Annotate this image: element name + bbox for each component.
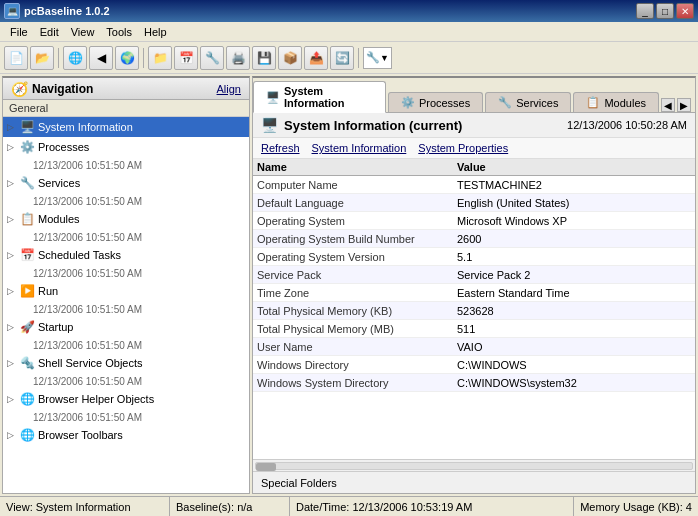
- toolbar-new[interactable]: 📄: [4, 46, 28, 70]
- toolbar-dropdown[interactable]: 🔧 ▼: [363, 47, 392, 69]
- run-icon: ▶️: [19, 283, 35, 299]
- toolbar-folder[interactable]: 📁: [148, 46, 172, 70]
- tree-item-services: ▷ 🔧 Services 12/13/2006 10:51:50 AM: [3, 173, 249, 209]
- tab-processes[interactable]: ⚙️ Processes: [388, 92, 483, 112]
- row-name: Service Pack: [257, 269, 457, 281]
- scrollbar-thumb[interactable]: [256, 463, 276, 471]
- toolbar-export[interactable]: 📤: [304, 46, 328, 70]
- system-information-button[interactable]: System Information: [312, 142, 407, 154]
- ss-icon: 🔩: [19, 355, 35, 371]
- run-row[interactable]: ▷ ▶️ Run: [3, 281, 249, 301]
- row-name: Default Language: [257, 197, 457, 209]
- row-name: Operating System Build Number: [257, 233, 457, 245]
- table-header: Name Value: [253, 159, 695, 176]
- maximize-button[interactable]: □: [656, 3, 674, 19]
- modules-row[interactable]: ▷ 📋 Modules: [3, 209, 249, 229]
- scrollbar-track[interactable]: [255, 462, 693, 470]
- row-value: VAIO: [457, 341, 691, 353]
- processes-row[interactable]: ▷ ⚙️ Processes: [3, 137, 249, 157]
- tree-item-system-information[interactable]: ▷ 🖥️ System Information: [3, 117, 249, 137]
- tab-system-information[interactable]: 🖥️ System Information: [253, 81, 386, 113]
- toolbar-refresh[interactable]: 🔄: [330, 46, 354, 70]
- toolbar-save[interactable]: 💾: [252, 46, 276, 70]
- table-row: Total Physical Memory (KB)523628: [253, 302, 695, 320]
- tab-services[interactable]: 🔧 Services: [485, 92, 571, 112]
- services-row[interactable]: ▷ 🔧 Services: [3, 173, 249, 193]
- expand-icon-startup: ▷: [7, 322, 17, 332]
- table-row: Operating SystemMicrosoft Windows XP: [253, 212, 695, 230]
- toolbar-open[interactable]: 📂: [30, 46, 54, 70]
- toolbar-tools[interactable]: 🔧: [200, 46, 224, 70]
- tab-nav-right[interactable]: ▶: [677, 98, 691, 112]
- table-row: Default LanguageEnglish (United States): [253, 194, 695, 212]
- data-table: Name Value Computer NameTESTMACHINE2Defa…: [253, 159, 695, 459]
- content-icon: 🖥️: [261, 117, 278, 133]
- table-row: Windows DirectoryC:\WINDOWS: [253, 356, 695, 374]
- row-value: 523628: [457, 305, 691, 317]
- left-panel: 🧭 Navigation Align General ▷ 🖥️ System I…: [2, 76, 250, 494]
- row-name: User Name: [257, 341, 457, 353]
- status-view: View: System Information: [0, 497, 170, 516]
- menu-tools[interactable]: Tools: [100, 24, 138, 40]
- bt-icon: 🌐: [19, 427, 35, 443]
- col-value-header: Value: [457, 161, 691, 173]
- menu-edit[interactable]: Edit: [34, 24, 65, 40]
- row-value: English (United States): [457, 197, 691, 209]
- toolbar-back[interactable]: ◀: [89, 46, 113, 70]
- tab-modules[interactable]: 📋 Modules: [573, 92, 659, 112]
- expand-icon-bho: ▷: [7, 394, 17, 404]
- mod-label: Modules: [38, 213, 80, 225]
- window-controls[interactable]: _ □ ✕: [636, 3, 694, 19]
- shell-service-row[interactable]: ▷ 🔩 Shell Service Objects: [3, 353, 249, 373]
- browser-toolbars-row[interactable]: ▷ 🌐 Browser Toolbars: [3, 425, 249, 445]
- row-name: Computer Name: [257, 179, 457, 191]
- tab-mod-icon: 📋: [586, 96, 600, 109]
- tab-nav-left[interactable]: ◀: [661, 98, 675, 112]
- navigation-title: Navigation: [32, 82, 93, 96]
- toolbar-forward[interactable]: 🌍: [115, 46, 139, 70]
- toolbar-separator-1: [58, 48, 59, 68]
- refresh-button[interactable]: Refresh: [261, 142, 300, 154]
- toolbar-archive[interactable]: 📦: [278, 46, 302, 70]
- toolbar-separator-3: [358, 48, 359, 68]
- row-value: Microsoft Windows XP: [457, 215, 691, 227]
- toolbar-calendar[interactable]: 📅: [174, 46, 198, 70]
- toolbar: 📄 📂 🌐 ◀ 🌍 📁 📅 🔧 🖨️ 💾 📦 📤 🔄 🔧 ▼: [0, 42, 698, 74]
- ss-sublabel: 12/13/2006 10:51:50 AM: [3, 373, 249, 389]
- run-sublabel: 12/13/2006 10:51:50 AM: [3, 301, 249, 317]
- bho-sublabel: 12/13/2006 10:51:50 AM: [3, 409, 249, 425]
- row-name: Windows Directory: [257, 359, 457, 371]
- row-value: Service Pack 2: [457, 269, 691, 281]
- row-name: Total Physical Memory (KB): [257, 305, 457, 317]
- expand-icon-svc: ▷: [7, 178, 17, 188]
- menu-view[interactable]: View: [65, 24, 101, 40]
- system-properties-button[interactable]: System Properties: [418, 142, 508, 154]
- proc-icon: ⚙️: [19, 139, 35, 155]
- toolbar-print[interactable]: 🖨️: [226, 46, 250, 70]
- bho-row[interactable]: ▷ 🌐 Browser Helper Objects: [3, 389, 249, 409]
- horizontal-scrollbar[interactable]: [253, 459, 695, 471]
- left-panel-header: 🧭 Navigation Align: [3, 78, 249, 100]
- content-date: 12/13/2006 10:50:28 AM: [567, 119, 687, 131]
- navigation-icon: 🧭: [11, 81, 28, 97]
- app-icon: 💻: [4, 3, 20, 19]
- menu-help[interactable]: Help: [138, 24, 173, 40]
- expand-icon-st: ▷: [7, 250, 17, 260]
- table-row: Operating System Version5.1: [253, 248, 695, 266]
- toolbar-internet[interactable]: 🌐: [63, 46, 87, 70]
- expand-icon-ss: ▷: [7, 358, 17, 368]
- menu-file[interactable]: File: [4, 24, 34, 40]
- tree-item-startup: ▷ 🚀 Startup 12/13/2006 10:51:50 AM: [3, 317, 249, 353]
- col-name-header: Name: [257, 161, 457, 173]
- close-button[interactable]: ✕: [676, 3, 694, 19]
- minimize-button[interactable]: _: [636, 3, 654, 19]
- content-title: System Information (current): [284, 118, 462, 133]
- status-datetime: Date/Time: 12/13/2006 10:53:19 AM: [290, 497, 574, 516]
- startup-row[interactable]: ▷ 🚀 Startup: [3, 317, 249, 337]
- scheduled-tasks-row[interactable]: ▷ 📅 Scheduled Tasks: [3, 245, 249, 265]
- tree-item-bho: ▷ 🌐 Browser Helper Objects 12/13/2006 10…: [3, 389, 249, 425]
- startup-icon: 🚀: [19, 319, 35, 335]
- si-label: System Information: [38, 121, 133, 133]
- mod-icon: 📋: [19, 211, 35, 227]
- align-button[interactable]: Align: [217, 83, 241, 95]
